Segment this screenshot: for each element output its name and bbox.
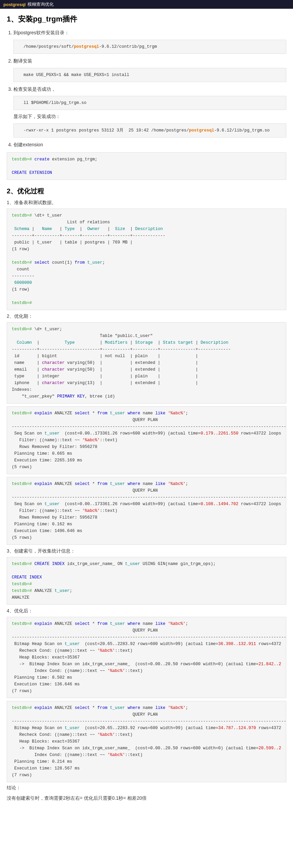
step2-explain1-code: testdb=# explain ANALYZE select * from t… xyxy=(7,406,286,474)
conclusion-title: 结论： xyxy=(7,785,286,791)
section1-step2: 翻译安装 make USE_PGXS=1 && make USE_PGXS=1 … xyxy=(13,57,286,82)
step2-explain2-code: testdb=# explain ANALYZE select * from t… xyxy=(7,477,286,545)
step4-explain1-code: testdb=# explain ANALYZE select * from t… xyxy=(7,617,286,698)
postgresql-label: postgresql xyxy=(3,2,26,7)
section1-step1: 到postgres软件安装目录： /home/postgres/soft/pos… xyxy=(13,29,286,54)
create-ext-code: testdb=# create extension pg_trgm; CREAT… xyxy=(7,152,286,180)
step2-label: 翻译安装 xyxy=(13,58,32,64)
step1-prepare-label: 1、准备表和测试数据。 xyxy=(7,200,286,206)
step4-after-label: 4、优化后： xyxy=(7,608,286,614)
step3-index-label: 3、创建索引，开收集统计信息： xyxy=(7,548,286,554)
conclusion-text: 没有创建索引时，查询需要2秒左右= 优化后只需要0.1秒= 相差20倍 xyxy=(7,794,286,802)
section1-step3: 检查安装是否成功， ll $PGHOME/lib/pg_trgm.so 显示如下… xyxy=(13,86,286,138)
header-title: 模糊查询优化 xyxy=(28,1,54,7)
header-bar: postgresql 模糊查询优化 xyxy=(0,0,293,9)
step2-code: make USE_PGXS=1 && make USE_PGXS=1 insta… xyxy=(13,68,286,82)
step4-explain2-code: testdb=# explain ANALYZE select * from t… xyxy=(7,701,286,782)
section2-title: 2、优化过程 xyxy=(7,187,286,196)
step3-label: 检查安装是否成功， xyxy=(13,87,56,92)
section1-step4: 创建extension xyxy=(13,141,286,149)
step1-label: 到postgres软件安装目录： xyxy=(13,30,69,35)
step2-table-desc-code: testdb=# \d+ t_user; Table "public.t_use… xyxy=(7,322,286,404)
step4-label: 创建extension xyxy=(13,142,43,147)
step3-index-code: testdb=# CREATE INDEX idx_trgm_user_name… xyxy=(7,557,286,605)
section1-title: 1、安装pg_trgm插件 xyxy=(7,14,286,24)
step3-sublabel: 显示如下，安装成功： xyxy=(13,114,61,119)
step3-code-b: -rwxr-xr-x 1 postgres postgres 53112 3月 … xyxy=(13,123,286,137)
step1-code: /home/postgres/soft/postgresql-9.6.12/co… xyxy=(13,40,286,54)
main-content: 1、安装pg_trgm插件 到postgres软件安装目录： /home/pos… xyxy=(0,9,293,808)
step2-period-label: 2、优化期： xyxy=(7,313,286,319)
step3-code-a: ll $PGHOME/lib/pg_trgm.so xyxy=(13,96,286,110)
section1-list: 到postgres软件安装目录： /home/postgres/soft/pos… xyxy=(13,29,286,149)
step1-prepare-code: testdb=# \dt+ t_user List of relations S… xyxy=(7,209,286,310)
